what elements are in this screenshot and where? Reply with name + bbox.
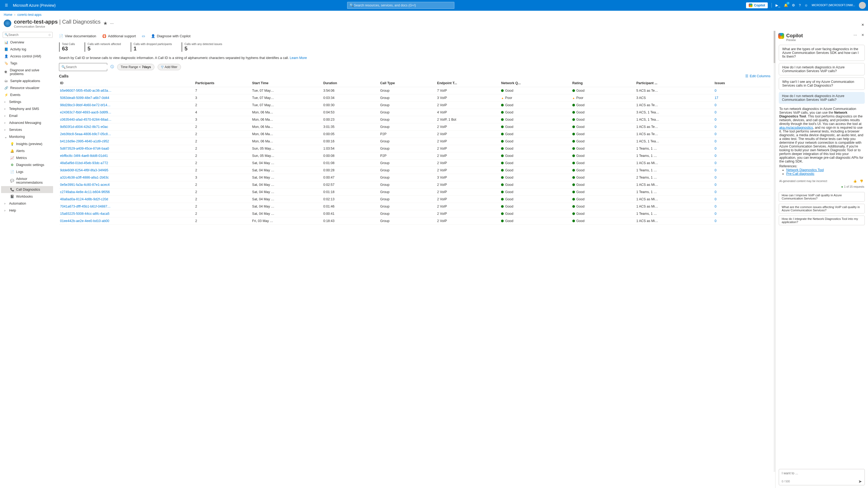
global-search[interactable]: 🔍 xyxy=(347,2,454,9)
call-search-input[interactable] xyxy=(66,65,111,69)
copilot-suggestion-card[interactable]: Why can't I see any of my Azure Communic… xyxy=(779,78,865,90)
search-opts-icon[interactable]: ◇ xyxy=(49,33,51,36)
copilot-suggestion-card[interactable]: How do I run network diagnostics in Azur… xyxy=(779,63,865,75)
table-row[interactable]: 5d873529-a409-45ce-87d4-baa02Sun, 05 May… xyxy=(59,145,770,152)
call-id-link[interactable]: 48a5af9d-01bd-45eb-93dc-a772 xyxy=(60,161,108,165)
table-row[interactable]: 5063dea8-5099-48e7-a6b7-0d443Tue, 07 May… xyxy=(59,94,770,101)
copilot-followup[interactable]: How do I integrate the Network Diagnosti… xyxy=(779,216,865,225)
column-header[interactable]: Participants xyxy=(194,79,251,87)
breadcrumb-resource[interactable]: corertc-test-apps xyxy=(18,13,41,17)
user-account[interactable]: MICROSOFT (MICROSOFT.ONMI... xyxy=(812,4,855,7)
call-id-link[interactable]: 15a93225-5008-44cc-a8fc-4aca5 xyxy=(60,212,110,216)
thumbs-down-icon[interactable]: 👎 xyxy=(859,179,864,183)
scrollbar-thumb[interactable] xyxy=(774,31,775,63)
column-header[interactable]: ID xyxy=(59,79,194,87)
time-range-chip[interactable]: Time Range < 7days xyxy=(117,64,154,70)
sidebar-item-logs[interactable]: 📄Logs xyxy=(1,169,53,175)
cloudshell-icon[interactable]: ▶_ xyxy=(776,3,780,7)
sidebar-item-resource-visualizer[interactable]: 🔗Resource visualizer xyxy=(1,85,53,91)
issues-link[interactable]: 0 xyxy=(715,219,717,223)
sidebar-item-workbooks[interactable]: 📓Workbooks xyxy=(1,193,53,200)
call-id-link[interactable]: e24363c7-fbbf-4693-aac6-3d6f9… xyxy=(60,111,111,114)
copilot-input[interactable]: 0 / 500 ➤ xyxy=(779,469,865,485)
menu-search-input[interactable] xyxy=(8,33,49,37)
send-icon[interactable]: ➤ xyxy=(858,479,862,484)
table-row[interactable]: b4116d9e-2995-4640-a1d9-c9522Mon, 06 Ma…… xyxy=(59,138,770,145)
column-header[interactable]: Start Time xyxy=(251,79,322,87)
call-id-link[interactable]: 48a8ad0a-8124-4d8b-9d2f-c20d xyxy=(60,197,108,201)
table-row[interactable]: 15a93225-5008-44cc-a8fc-4aca52Sat, 04 Ma… xyxy=(59,210,770,217)
table-row[interactable]: 9dde606f-6254-4f6f-8fa3-34f4952Sat, 04 M… xyxy=(59,166,770,174)
calls-table-wrap[interactable]: IDParticipantsStart TimeDurationCall Typ… xyxy=(59,79,770,488)
call-id-link[interactable]: 2eb3fdc8-5eaa-4806-b9c7-05c8… xyxy=(60,132,111,136)
copilot-close-icon[interactable]: ✕ xyxy=(860,33,865,37)
issues-link[interactable]: 0 xyxy=(715,125,717,129)
issues-link[interactable]: 0 xyxy=(715,132,717,136)
call-id-link[interactable]: a32c4b38-a3ff-4886-a8a1-2b63c xyxy=(60,176,109,179)
feedback-link[interactable]: ▭ xyxy=(142,34,145,38)
call-id-link[interactable]: b5e96007-5f05-45d0-ac36-a63a… xyxy=(60,89,112,92)
issues-link[interactable]: 0 xyxy=(715,89,717,92)
issues-link[interactable]: 0 xyxy=(715,197,717,201)
table-row[interactable]: 98d28bc3-9bbf-4b60-be72-bf14…2Tue, 07 Ma… xyxy=(59,101,770,109)
info-icon[interactable]: ⓘ xyxy=(111,65,114,69)
sidebar-item-events[interactable]: ⚡Events xyxy=(1,91,53,98)
issues-link[interactable]: 0 xyxy=(715,103,717,107)
sidebar-item-settings[interactable]: ›Settings xyxy=(1,98,53,105)
issues-link[interactable]: 0 xyxy=(715,111,717,114)
table-row[interactable]: 9d503f1d-d004-42b2-8b71-e0ac2Mon, 06 Ma…… xyxy=(59,123,770,130)
table-row[interactable]: 0e5e3991-fa3a-4c80-87e1-acec42Sat, 04 Ma… xyxy=(59,181,770,188)
table-row[interactable]: e24363c7-fbbf-4693-aac6-3d6f9…4Mon, 06 M… xyxy=(59,109,770,116)
issues-link[interactable]: 0 xyxy=(715,183,717,187)
breadcrumb-home[interactable]: Home xyxy=(4,13,12,17)
sidebar-item-diagnostic-settings[interactable]: ⚙Diagnostic settings xyxy=(1,161,53,169)
issues-link[interactable]: 0 xyxy=(715,140,717,143)
reference-link[interactable]: Pre-Call diagnostic xyxy=(786,172,814,176)
sidebar-item-automation[interactable]: ›Automation xyxy=(1,200,53,207)
settings-icon[interactable]: ⚙ xyxy=(792,3,795,7)
copilot-body[interactable]: What are the types of user facing diagno… xyxy=(776,44,868,467)
sidebar-item-metrics[interactable]: 📈Metrics xyxy=(1,154,53,161)
call-id-link[interactable]: 5d873529-a409-45ce-87d4-baa0 xyxy=(60,147,109,150)
column-header[interactable]: Duration xyxy=(322,79,379,87)
call-id-link[interactable]: c2749aba-4e8e-4c11-b604-9f056 xyxy=(60,190,110,194)
issues-link[interactable]: 0 xyxy=(715,161,717,165)
column-header[interactable]: Network Q... xyxy=(500,79,571,87)
call-id-link[interactable]: 0e5e3991-fa3a-4c80-87e1-acec4 xyxy=(60,183,110,187)
issues-link[interactable]: 0 xyxy=(715,190,717,194)
call-id-link[interactable]: c0635440-afad-4570-8284-68ad… xyxy=(60,118,112,121)
help-icon[interactable]: ? xyxy=(799,3,801,7)
table-row[interactable]: 2eb3fdc8-5eaa-4806-b9c7-05c8…2Mon, 06 Ma… xyxy=(59,130,770,138)
sidebar-item-overview[interactable]: 📊Overview xyxy=(1,39,53,46)
copilot-followup[interactable]: How can I improve VoIP call quality in A… xyxy=(779,192,865,202)
table-row[interactable]: 7041a673-dfff-45b1-b61f-04887…2Sat, 04 M… xyxy=(59,203,770,210)
copilot-followup[interactable]: What are the common issues affecting VoI… xyxy=(779,204,865,213)
column-header[interactable]: Issues xyxy=(714,79,770,87)
bot-link[interactable]: aka.ms/acsdiagnostics xyxy=(779,126,813,129)
hamburger-icon[interactable]: ☰ xyxy=(2,3,11,7)
menu-search[interactable]: 🔍 ◇ xyxy=(3,32,53,38)
sidebar-item-telephony-and-sms[interactable]: ›Telephony and SMS xyxy=(1,105,53,112)
sidebar-item-email[interactable]: ›Email xyxy=(1,112,53,119)
sidebar-item-tags[interactable]: 🏷️Tags xyxy=(1,60,53,67)
edit-columns-button[interactable]: ☰ Edit Columns xyxy=(745,74,770,78)
table-row[interactable]: 48a5af9d-01bd-45eb-93dc-a7722Sat, 04 May… xyxy=(59,159,770,166)
scrollbar[interactable] xyxy=(774,31,775,472)
diagnose-copilot-link[interactable]: 👤Diagnose with Copilot xyxy=(151,34,191,38)
copilot-text-input[interactable] xyxy=(782,471,862,475)
sidebar-item-diagnose-and-solve-problems[interactable]: 🛠Diagnose and solve problems xyxy=(1,67,53,78)
table-row[interactable]: a32c4b38-a3ff-4886-a8a1-2b63c3Sat, 04 Ma… xyxy=(59,174,770,181)
additional-support-link[interactable]: 🛟Additional support xyxy=(102,34,136,38)
table-row[interactable]: c2749aba-4e8e-4c11-b604-9f0562Sat, 04 Ma… xyxy=(59,188,770,195)
sidebar-item-activity-log[interactable]: 📘Activity log xyxy=(1,46,53,53)
column-header[interactable]: Participant ... xyxy=(635,79,714,87)
brand-label[interactable]: Microsoft Azure (Preview) xyxy=(11,3,56,7)
call-id-link[interactable]: b4116d9e-2995-4640-a1d9-c952 xyxy=(60,140,109,143)
table-row[interactable]: 48a8ad0a-8124-4d8b-9d2f-c20d2Sat, 04 May… xyxy=(59,195,770,203)
thumbs-up-icon[interactable]: 👍 xyxy=(852,179,858,183)
sidebar-item-help[interactable]: ›Help xyxy=(1,207,53,214)
column-header[interactable]: Endpoint T... xyxy=(436,79,500,87)
call-id-link[interactable]: 98d28bc3-9bbf-4b60-be72-bf14… xyxy=(60,103,111,107)
table-row[interactable]: c0635440-afad-4570-8284-68ad…3Mon, 06 Ma… xyxy=(59,116,770,123)
column-header[interactable]: Call Type xyxy=(379,79,436,87)
